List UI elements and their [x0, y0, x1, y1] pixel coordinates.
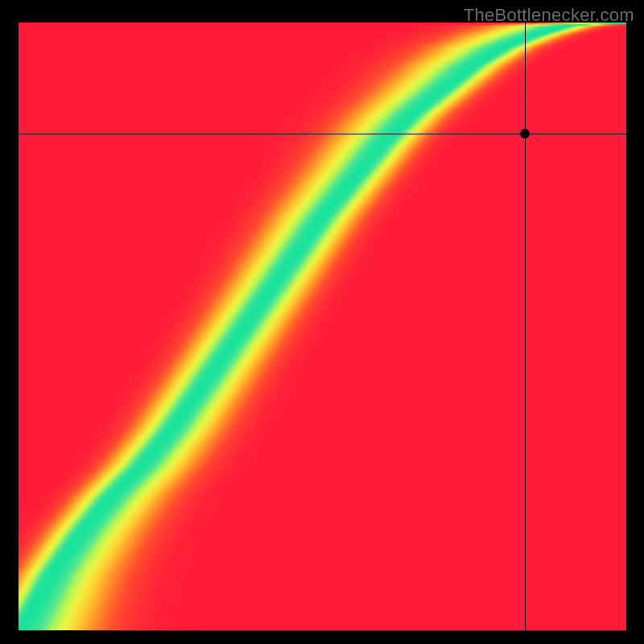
crosshair-vertical	[525, 23, 526, 630]
marker-dot	[520, 129, 530, 138]
crosshair-horizontal	[19, 134, 626, 134]
watermark-text: TheBottlenecker.com	[464, 5, 634, 26]
heatmap-plot	[19, 23, 626, 630]
heatmap-canvas	[19, 23, 626, 630]
